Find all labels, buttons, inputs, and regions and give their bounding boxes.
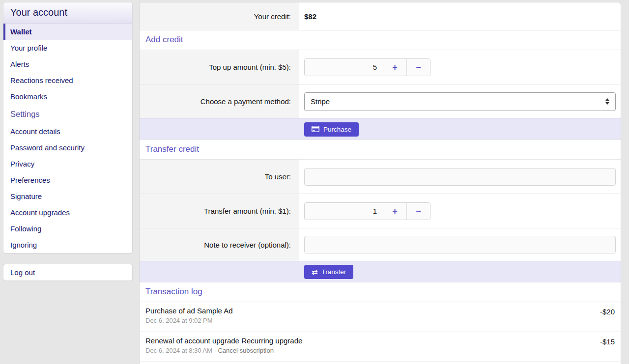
topup-decrement-button[interactable]: − [406,59,430,76]
note-row: Note to receiver (optional): [140,228,621,261]
transfer-amount-label: Transfer amount (min. $1): [140,194,299,228]
transaction-time: Dec 6, 2024 at 8:30 AM [145,347,212,354]
cancel-subscription-link[interactable]: Cancel subscription [218,347,273,354]
account-nav-card: Your account Wallet Your profile Alerts … [3,2,133,253]
topup-amount-stepper: + − [304,58,430,76]
to-user-row: To user: [140,159,621,194]
credit-row: Your credit: $82 [140,2,621,30]
sidebar-item-password-security[interactable]: Password and security [3,140,132,156]
credit-value: $82 [304,12,316,21]
transfer-button[interactable]: ⇄ Transfer [304,265,353,279]
sidebar-item-account-upgrades[interactable]: Account upgrades [3,204,132,221]
transfer-amount-stepper: + − [304,202,430,220]
sidebar-title: Your account [3,2,132,24]
sidebar-item-privacy[interactable]: Privacy [3,156,132,172]
payment-method-label: Choose a payment method: [140,84,299,118]
sidebar-item-preferences[interactable]: Preferences [3,172,132,188]
transaction-row: Purchase of ad Sample Ad Dec 6, 2024 at … [140,302,621,332]
transfer-button-label: Transfer [322,268,346,276]
topup-amount-input[interactable] [305,59,383,76]
to-user-label: To user: [140,160,299,194]
panel-bottom-spacer [140,362,621,364]
topup-amount-label: Top up amount (min. $5): [140,50,299,84]
transfer-decrement-button[interactable]: − [406,203,430,220]
sidebar-item-bookmarks[interactable]: Bookmarks [3,88,132,105]
payment-method-select[interactable]: Stripe [304,92,616,111]
transaction-title: Renewal of account upgrade Recurring upg… [145,336,600,345]
sidebar-item-your-profile[interactable]: Your profile [3,40,132,56]
up-down-arrows-icon [605,98,609,105]
purchase-button-label: Purchase [323,126,351,133]
transaction-amount: -$15 [600,337,615,346]
purchase-button[interactable]: Purchase [304,122,359,137]
transfer-increment-button[interactable]: + [383,203,406,220]
logout-button[interactable]: Log out [3,264,132,280]
section-title-add-credit: Add credit [140,30,621,50]
sidebar-section-settings: Settings [3,105,132,123]
transaction-time: Dec 6, 2024 at 9:02 PM [145,317,213,324]
transaction-title: Purchase of ad Sample Ad [145,307,600,315]
page: Your account Wallet Your profile Alerts … [0,0,629,364]
sidebar-item-alerts[interactable]: Alerts [3,56,132,72]
topup-amount-row: Top up amount (min. $5): + − [140,50,621,84]
purchase-submit-row: Purchase [140,118,621,140]
transaction-amount: -$20 [600,308,615,316]
credit-card-icon [312,126,319,133]
sidebar-item-signature[interactable]: Signature [3,188,132,204]
payment-method-selected: Stripe [311,97,605,106]
section-title-transfer-credit: Transfer credit [140,140,621,159]
transaction-row: Renewal of account upgrade Recurring upg… [140,332,621,362]
sidebar-item-reactions-received[interactable]: Reactions received [3,72,132,88]
logout-card: Log out [3,264,133,281]
wallet-panel: Your credit: $82 Add credit Top up amoun… [139,2,621,364]
note-input[interactable] [304,236,616,253]
note-label: Note to receiver (optional): [140,228,299,261]
transfer-submit-row: ⇄ Transfer [140,261,621,282]
sidebar-item-following[interactable]: Following [3,221,132,237]
sidebar-item-ignoring[interactable]: Ignoring [3,237,132,253]
payment-method-row: Choose a payment method: Stripe [140,84,621,118]
sidebar: Your account Wallet Your profile Alerts … [3,2,133,281]
transfer-amount-row: Transfer amount (min. $1): + − [140,194,621,228]
to-user-input[interactable] [304,168,616,186]
topup-increment-button[interactable]: + [383,59,406,76]
credit-label: Your credit: [140,2,299,30]
sidebar-item-account-details[interactable]: Account details [3,123,132,140]
transfer-amount-input[interactable] [305,203,383,220]
sidebar-item-wallet[interactable]: Wallet [3,24,132,40]
swap-arrows-icon: ⇄ [312,268,318,276]
section-title-transaction-log: Transaction log [140,282,621,302]
meta-separator: · [212,347,218,354]
